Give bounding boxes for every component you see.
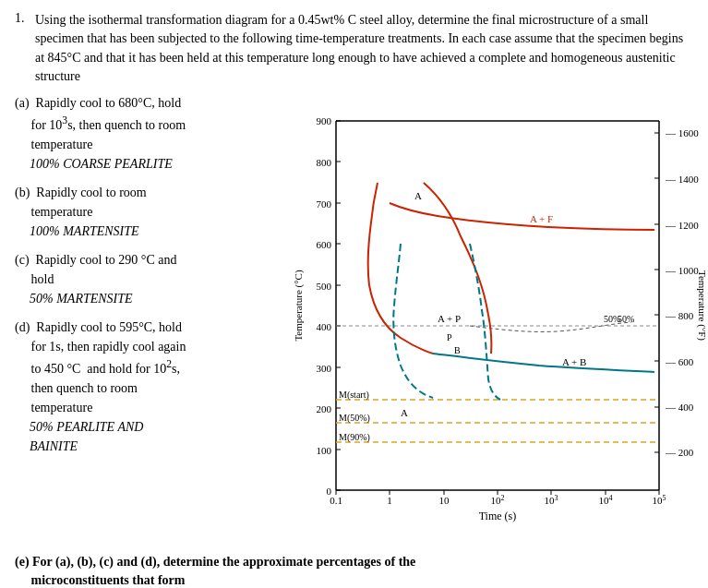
question-text: Using the isothermal transformation diag… (35, 11, 693, 86)
part-c-label: (c) Rapidly cool to 290 °C and hold (15, 253, 177, 286)
y-right-1000: — 1000 (665, 265, 699, 276)
y-right-600: — 600 (665, 356, 694, 367)
part-b-label: (b) Rapidly cool to room temperature (15, 186, 147, 219)
chart-container: 900 800 700 600 500 400 300 200 (290, 93, 705, 546)
question-number: 1. (15, 11, 30, 86)
part-d-label: (d) Rapidly cool to 595°C, hold for 1s, … (15, 320, 186, 414)
y-label-100: 100 (317, 445, 332, 456)
m90-label: M(90%) (339, 432, 370, 443)
x-label-1: 1 (387, 495, 392, 506)
part-c-answer: 50% MARTENSITE (30, 289, 282, 308)
x-title: Time (s) (479, 510, 517, 522)
A-label-upper: A (414, 190, 422, 201)
y-label-400: 400 (317, 321, 332, 332)
part-a: (a) Rapidly cool to 680°C, hold for 103s… (15, 93, 282, 174)
sub-question-e-text: (e) For (a), (b), (c) and (d), determine… (15, 555, 415, 587)
y-right-800: — 800 (665, 310, 694, 321)
left-column: (a) Rapidly cool to 680°C, hold for 103s… (15, 93, 282, 546)
y-label-300: 300 (317, 363, 332, 374)
A-label-lower: A (401, 407, 408, 418)
main-question: 1. Using the isothermal transformation d… (15, 11, 693, 588)
y-right-200: — 200 (665, 447, 694, 458)
m-start-label: M(start) (339, 390, 369, 401)
AP-label: A + P (438, 313, 461, 324)
fifty-label-chart: 50% (604, 314, 620, 324)
y-right-1600: — 1600 (665, 127, 699, 138)
part-b: (b) Rapidly cool to room temperature 100… (15, 183, 282, 241)
P-label: P (447, 332, 452, 342)
part-a-label: (a) Rapidly cool to 680°C, hold for 103s… (15, 96, 186, 151)
part-d-answer: 50% PEARLITE ANDBAINITE (30, 417, 282, 456)
y-label-200: 200 (317, 403, 332, 414)
sub-question-e: (e) For (a), (b), (c) and (d), determine… (15, 553, 693, 588)
y-label-900: 900 (317, 115, 332, 126)
y-right-1400: — 1400 (665, 174, 699, 185)
it-diagram: 900 800 700 600 500 400 300 200 (290, 93, 705, 546)
y-label-500: 500 (317, 281, 332, 292)
y-right-400: — 400 (665, 402, 694, 413)
x-label-01: 0.1 (330, 495, 342, 506)
m50-label: M(50%) (339, 413, 370, 424)
part-c: (c) Rapidly cool to 290 °C and hold 50% … (15, 250, 282, 308)
part-a-answer: 100% COARSE PEARLITE (30, 154, 282, 174)
y-left-title: Temperature (°C) (293, 270, 305, 342)
x-label-10: 10 (439, 495, 450, 506)
y-right-title: Temperature (°F) (696, 270, 705, 341)
y-label-800: 800 (317, 157, 332, 168)
question-header: 1. Using the isothermal transformation d… (15, 11, 693, 86)
B-label: B (454, 345, 461, 355)
part-d: (d) Rapidly cool to 595°C, hold for 1s, … (15, 318, 282, 456)
content-area: (a) Rapidly cool to 680°C, hold for 103s… (15, 93, 693, 546)
y-label-700: 700 (317, 198, 332, 210)
AF-label: A + F (530, 213, 553, 224)
svg-rect-0 (290, 93, 705, 546)
y-label-600: 600 (317, 239, 332, 250)
part-b-answer: 100% MARTENSITE (30, 222, 282, 241)
AB-label: A + B (562, 356, 586, 367)
y-right-1200: — 1200 (665, 220, 699, 231)
